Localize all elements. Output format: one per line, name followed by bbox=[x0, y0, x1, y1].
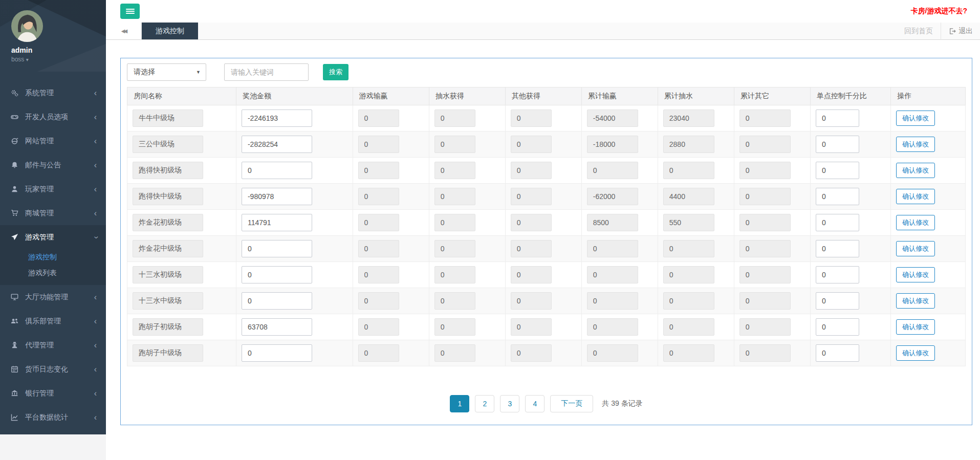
confirm-modify-button[interactable]: 确认修改 bbox=[896, 319, 935, 335]
game-winloss-input bbox=[358, 109, 399, 127]
confirm-modify-button[interactable]: 确认修改 bbox=[896, 241, 935, 256]
top-header: 卡房/游戏进不去? bbox=[106, 0, 980, 23]
jackpot-input[interactable] bbox=[242, 240, 312, 257]
room-name-input bbox=[133, 162, 203, 179]
chevron-left-icon: ‹ bbox=[94, 137, 97, 145]
sidebar-subitem[interactable]: 游戏列表 bbox=[0, 265, 106, 281]
other-gain-input bbox=[511, 162, 552, 179]
total-other-input bbox=[739, 162, 791, 179]
user-panel: admin boss ▾ bbox=[0, 0, 106, 72]
column-header: 抽水获得 bbox=[429, 87, 505, 105]
sidebar-item[interactable]: 开发人员选项 ‹ bbox=[0, 105, 106, 129]
table-row: 确认修改 bbox=[127, 158, 966, 184]
sidebar-item[interactable]: 商城管理 ‹ bbox=[0, 201, 106, 225]
sidebar-toggle-button[interactable] bbox=[120, 4, 140, 19]
keyword-input[interactable] bbox=[224, 63, 309, 81]
point-control-input[interactable] bbox=[816, 162, 859, 179]
help-link[interactable]: 卡房/游戏进不去? bbox=[911, 7, 967, 16]
other-gain-input bbox=[511, 292, 552, 310]
pump-gain-input bbox=[434, 292, 475, 310]
point-control-input[interactable] bbox=[816, 344, 859, 362]
column-header: 游戏输赢 bbox=[353, 87, 429, 105]
sidebar-item[interactable]: 邮件与公告 ‹ bbox=[0, 153, 106, 177]
jackpot-input[interactable] bbox=[242, 266, 312, 283]
sidebar-item[interactable]: 货币日志变化 ‹ bbox=[0, 357, 106, 381]
jackpot-input[interactable] bbox=[242, 136, 312, 153]
filter-select[interactable]: 请选择 ▼ bbox=[127, 63, 206, 81]
user-role: boss bbox=[11, 56, 24, 63]
other-gain-input bbox=[511, 240, 552, 257]
logout-link[interactable]: 退出 bbox=[949, 27, 973, 36]
sidebar-item-game-management[interactable]: 游戏管理 ‹ bbox=[0, 225, 106, 249]
game-winloss-input bbox=[358, 162, 399, 179]
total-pump-input bbox=[663, 188, 714, 205]
confirm-modify-button[interactable]: 确认修改 bbox=[896, 345, 935, 361]
point-control-input[interactable] bbox=[816, 109, 859, 127]
room-name-input bbox=[133, 318, 203, 336]
line-chart-icon bbox=[11, 413, 18, 421]
jackpot-input[interactable] bbox=[242, 188, 312, 205]
confirm-modify-button[interactable]: 确认修改 bbox=[896, 163, 935, 178]
jackpot-input[interactable] bbox=[242, 318, 312, 336]
sidebar-item[interactable]: 俱乐部管理 ‹ bbox=[0, 309, 106, 333]
sidebar-subitem[interactable]: 游戏控制 bbox=[0, 249, 106, 265]
column-header: 房间名称 bbox=[127, 87, 236, 105]
point-control-input[interactable] bbox=[816, 292, 859, 310]
column-header: 累计输赢 bbox=[581, 87, 658, 105]
user-role-dropdown[interactable]: boss ▾ bbox=[11, 56, 106, 63]
point-control-input[interactable] bbox=[816, 240, 859, 257]
table-row: 确认修改 bbox=[127, 210, 966, 236]
jackpot-input[interactable] bbox=[242, 344, 312, 362]
point-control-input[interactable] bbox=[816, 188, 859, 205]
confirm-modify-button[interactable]: 确认修改 bbox=[896, 293, 935, 309]
search-toolbar: 请选择 ▼ 搜索 bbox=[127, 63, 966, 81]
page-button[interactable]: 4 bbox=[525, 395, 545, 412]
filter-select-value: 请选择 bbox=[134, 68, 155, 77]
sidebar-item[interactable]: 代理管理 ‹ bbox=[0, 333, 106, 357]
next-page-button[interactable]: 下一页 bbox=[550, 395, 593, 412]
search-button[interactable]: 搜索 bbox=[323, 64, 349, 80]
total-winloss-input bbox=[587, 188, 638, 205]
chevron-left-icon: ‹ bbox=[94, 389, 97, 398]
chevron-left-icon: ‹ bbox=[94, 161, 97, 169]
column-header: 单点控制千分比 bbox=[810, 87, 890, 105]
chevron-left-icon: ‹ bbox=[94, 113, 97, 121]
user-secret-icon bbox=[11, 341, 18, 349]
point-control-input[interactable] bbox=[816, 214, 859, 231]
sidebar-item[interactable]: 大厅功能管理 ‹ bbox=[0, 285, 106, 309]
page-button[interactable]: 1 bbox=[450, 395, 469, 412]
game-control-panel: 请选择 ▼ 搜索 房间名称 bbox=[120, 58, 972, 425]
sidebar-item[interactable]: 系统管理 ‹ bbox=[0, 81, 106, 105]
jackpot-input[interactable] bbox=[242, 292, 312, 310]
confirm-modify-button[interactable]: 确认修改 bbox=[896, 215, 935, 230]
point-control-input[interactable] bbox=[816, 318, 859, 336]
confirm-modify-button[interactable]: 确认修改 bbox=[896, 267, 935, 282]
point-control-input[interactable] bbox=[816, 136, 859, 153]
pump-gain-input bbox=[434, 318, 475, 336]
confirm-modify-button[interactable]: 确认修改 bbox=[896, 137, 935, 152]
tab-game-control[interactable]: 游戏控制 bbox=[142, 23, 198, 39]
jackpot-input[interactable] bbox=[242, 162, 312, 179]
sidebar-nav: 系统管理 ‹ 开发人员选项 ‹ 网站管理 ‹ 邮件与公告 bbox=[0, 72, 106, 429]
home-link[interactable]: 回到首页 bbox=[904, 27, 933, 36]
page-button[interactable]: 3 bbox=[500, 395, 519, 412]
jackpot-input[interactable] bbox=[242, 214, 312, 231]
sidebar: admin boss ▾ 系统管理 ‹ 开发人员选项 ‹ bbox=[0, 0, 106, 434]
total-other-input bbox=[739, 292, 791, 310]
collapse-tabs-button[interactable]: ◀◀ bbox=[106, 23, 142, 39]
confirm-modify-button[interactable]: 确认修改 bbox=[896, 189, 935, 204]
jackpot-input[interactable] bbox=[242, 109, 312, 127]
confirm-modify-button[interactable]: 确认修改 bbox=[896, 111, 935, 126]
sidebar-item[interactable]: 银行管理 ‹ bbox=[0, 381, 106, 405]
other-gain-input bbox=[511, 266, 552, 283]
main-area: 卡房/游戏进不去? ◀◀ 游戏控制 回到首页 退出 bbox=[106, 0, 980, 460]
point-control-input[interactable] bbox=[816, 266, 859, 283]
desktop-icon bbox=[11, 293, 18, 301]
sidebar-item[interactable]: 网站管理 ‹ bbox=[0, 129, 106, 153]
game-winloss-input bbox=[358, 266, 399, 283]
total-pump-input bbox=[663, 240, 714, 257]
sidebar-item[interactable]: 平台数据统计 ‹ bbox=[0, 405, 106, 429]
sidebar-item[interactable]: 玩家管理 ‹ bbox=[0, 177, 106, 201]
total-pump-input bbox=[663, 318, 714, 336]
page-button[interactable]: 2 bbox=[475, 395, 494, 412]
